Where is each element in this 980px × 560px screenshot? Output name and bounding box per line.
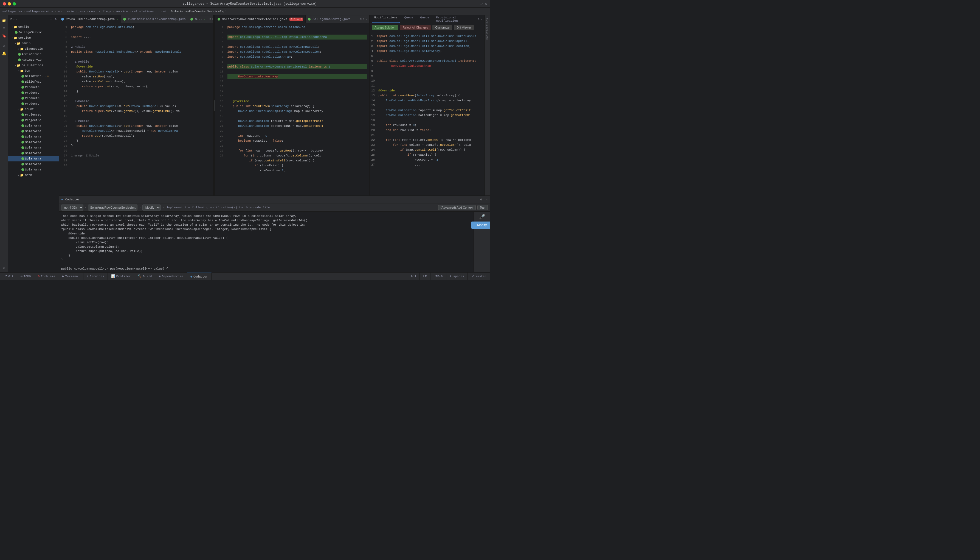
tab-dependencies[interactable]: ◈ Dependencies (155, 273, 187, 280)
tab-queue2[interactable]: Queue (418, 15, 432, 23)
accept-solution-button[interactable]: Accept Solution (372, 25, 398, 30)
expand-icon[interactable]: ⊡ (363, 17, 365, 21)
bc-sollega-dev[interactable]: sollega-dev (2, 10, 22, 13)
tab-sollegadaoconfig[interactable]: SollegaDaoConfig.java (306, 15, 353, 23)
bc-calculations[interactable]: calculations (132, 10, 154, 13)
resize-handle[interactable] (214, 100, 214, 111)
status-position[interactable]: 9:1 (408, 273, 420, 280)
tab-solararrowcounterservice[interactable]: SolarArrayRowCounterServiceImpl.java ⊙ 1… (215, 15, 306, 23)
close-icon[interactable]: ✕ (480, 17, 482, 21)
file-input[interactable] (88, 205, 138, 210)
tab-s[interactable]: S... ✓ (188, 15, 208, 23)
codactor-header-settings[interactable]: ⚙ (480, 198, 482, 201)
bc-main[interactable]: main (66, 10, 74, 13)
status-indent[interactable]: 4 spaces (446, 273, 468, 280)
close-button[interactable] (3, 2, 6, 5)
status-line-ending[interactable]: LF (420, 273, 430, 280)
diff-viewer-button[interactable]: Diff Viewer (454, 25, 474, 30)
tree-item-service[interactable]: ▾ 📁 service (8, 35, 59, 41)
microphone-icon[interactable]: 🎤 (479, 214, 485, 220)
tab-queue1[interactable]: Queue (402, 15, 416, 23)
tree-item-projectsc1[interactable]: ProjectSc (8, 112, 59, 117)
codactor-header: ◈ Codactor ⚙ ✕ (59, 196, 490, 203)
tree-item-config[interactable]: ▾ 📁 config (8, 24, 59, 30)
model-select[interactable]: gpt-4-32k (61, 205, 83, 210)
tree-item-productc3[interactable]: ProductC (8, 95, 59, 101)
modify-button[interactable]: Modify (471, 222, 490, 229)
tree-item-solararrayg[interactable]: SolarArra (8, 156, 59, 162)
settings-icon[interactable]: ⚙ (478, 17, 480, 21)
notifications-icon[interactable]: 🔔 (1, 50, 7, 57)
search-icon[interactable]: ⌕ (480, 1, 483, 7)
status-git-branch[interactable]: ⎇ master (467, 273, 490, 280)
structure-icon[interactable]: ≡ (1, 25, 7, 31)
tree-item-calculations[interactable]: ▾ 📁 calculations (8, 63, 59, 68)
modifications-side-icon[interactable]: M (1, 265, 7, 271)
tree-item-admin[interactable]: ▾ 📁 admin (8, 41, 59, 46)
tree-item-productc2[interactable]: ProductC (8, 90, 59, 95)
tree-item-productc4[interactable]: ProductC (8, 101, 59, 107)
add-context-button[interactable]: (Advanced) Add Context (438, 205, 476, 210)
bc-sollega-service[interactable]: sollega-service (26, 10, 53, 13)
tree-item-billofmat2[interactable]: BillOfMat (8, 79, 59, 85)
file-tree-menu[interactable]: ☰ (50, 17, 52, 21)
bc-count[interactable]: count (158, 10, 167, 13)
tree-item-bom[interactable]: ▾ 📁 bom (8, 68, 59, 73)
tree-item-solararrayc[interactable]: SolarArra (8, 134, 59, 140)
tree-item-solararrayh[interactable]: SolarArra (8, 162, 59, 167)
split-icon[interactable]: ⊞ (209, 17, 211, 21)
tab-modifications[interactable]: Modifications (372, 15, 400, 23)
maximize-button[interactable] (13, 2, 16, 5)
project-icon[interactable]: 📁 (1, 18, 7, 23)
tab-twodimensional[interactable]: TwoDimensionalLinkedHashMap.java (121, 15, 188, 23)
tree-item-projectsc2[interactable]: ProjectSc (8, 117, 59, 123)
tree-item-math[interactable]: ▸ 📁 math (8, 172, 59, 178)
tree-item-adminservic1[interactable]: AdminServic (8, 52, 59, 57)
bc-com[interactable]: com (89, 10, 95, 13)
tab-rowcolumnlinkedhashmap[interactable]: RowColumnLinkedHashMap.java ✓ (59, 15, 121, 23)
tree-item-adminservic2[interactable]: AdminServic (8, 57, 59, 63)
tab-build[interactable]: 🔨 Build (134, 273, 155, 280)
split-icon[interactable]: ⊞ (360, 17, 362, 21)
settings-icon[interactable]: ⚙ (485, 2, 487, 6)
bookmark-icon[interactable]: 🔖 (1, 33, 7, 39)
action-select[interactable]: Modify (143, 205, 161, 210)
terminal-icon: ▶ (62, 274, 64, 278)
tree-item-sollegaservice[interactable]: SollegaServic (8, 30, 59, 35)
file-tree-settings[interactable]: ⚙ (55, 17, 56, 21)
bc-sollega[interactable]: sollega (99, 10, 111, 13)
tab-profiler[interactable]: 📊 Profiler (108, 273, 135, 280)
tree-item-solararrayd[interactable]: SolarArra (8, 140, 59, 145)
tab-todo[interactable]: ☑ TODO (17, 273, 35, 280)
codactor-header-close[interactable]: ✕ (486, 198, 488, 201)
tree-item-diagnostic[interactable]: ▸ 📁 diagnostic (8, 46, 59, 52)
tree-item-billofmat1[interactable]: BillOfMat... ● (8, 73, 59, 79)
tab-terminal[interactable]: ▶ Terminal (59, 273, 83, 280)
bc-java[interactable]: java (78, 10, 85, 13)
tab-git[interactable]: ⎇ Git (0, 273, 17, 280)
tree-item-solararrayf[interactable]: SolarArra (8, 150, 59, 156)
commit-icon[interactable]: ⊙ (1, 43, 7, 49)
status-encoding[interactable]: UTF-8 (430, 273, 446, 280)
codactor-text-input[interactable]: This code has a single method int countR… (59, 212, 473, 272)
tree-item-solararraya[interactable]: SolarArra (8, 123, 59, 128)
tree-item-solararrayb[interactable]: SolarArra (8, 128, 59, 134)
tree-item-solararrayi[interactable]: SolarArra (8, 167, 59, 172)
tree-item-count[interactable]: ▾ 📁 count (8, 107, 59, 112)
tab-problems[interactable]: ⊙ Problems (34, 273, 59, 280)
tab-services[interactable]: ⚡ Services (83, 273, 108, 280)
tab-provisional[interactable]: Provisional Modification (434, 15, 476, 23)
tab-codactor[interactable]: ◈ Codactor (187, 273, 211, 280)
line-numbers-right: 1234567891011121314151617181920212223242… (215, 23, 225, 195)
customize-button[interactable]: Customize (432, 25, 452, 30)
bc-src[interactable]: src (57, 10, 63, 13)
minimize-button[interactable] (8, 2, 11, 5)
tree-item-productc1[interactable]: ProductC (8, 85, 59, 90)
bc-file[interactable]: SolarArrayRowCounterServiceImpl (171, 10, 227, 13)
bc-service[interactable]: service (116, 10, 128, 13)
tree-item-solararraye[interactable]: SolarArra (8, 145, 59, 150)
test-button[interactable]: Test (477, 205, 488, 210)
left-code-pane: RowColumnLinkedHashMap.java ✓ TwoDimensi… (59, 15, 213, 195)
close-pane-icon[interactable]: ✕ (365, 17, 367, 21)
reject-all-changes-button[interactable]: Reject All Changes (400, 25, 431, 30)
